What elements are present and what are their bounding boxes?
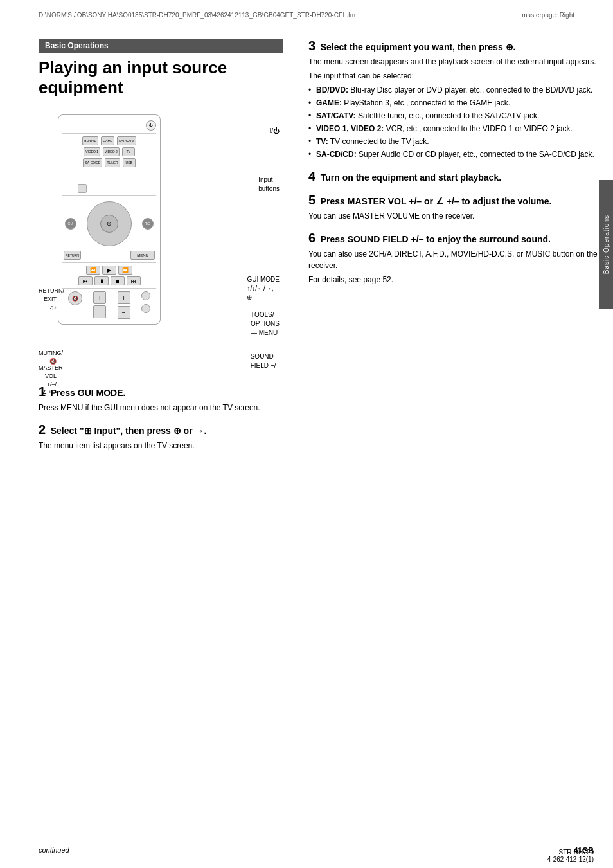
step-1-title: Press GUI MODE. (51, 388, 126, 398)
bullet-game: GAME: PlayStation 3, etc., connected to … (308, 97, 604, 109)
sound-field-callout: SOUNDFIELD +/– (251, 352, 280, 370)
model-info: STR-DH720 4-262-412-12(1) (547, 849, 594, 863)
bullet-tv: TV: TV connected to the TV jack. (308, 136, 604, 147)
prev-button[interactable]: ⏮ (78, 276, 93, 285)
muting-button[interactable]: 🔇 (68, 291, 82, 305)
nav-pad[interactable]: ⊕ (87, 201, 132, 246)
sat-catv-button[interactable]: SAT/CATV (117, 136, 136, 145)
step-3-title: Select the equipment you want, then pres… (321, 42, 516, 52)
step-2: 2 Select "⊞ Input", then press ⊕ or →. T… (39, 422, 283, 451)
sacd-button[interactable]: SA-CD/CD (83, 158, 102, 167)
step-4-title: Turn on the equipment and start playback… (321, 172, 501, 183)
page-title: Playing an input source equipment (39, 58, 283, 98)
step-6-number: 6 (308, 231, 315, 245)
master-vol-down[interactable]: − (93, 305, 106, 318)
step-1: 1 Press GUI MODE. Press MENU if the GUI … (39, 384, 283, 413)
power-button[interactable]: ⏻ (146, 120, 156, 131)
step-1-body: Press MENU if the GUI menu does not appe… (39, 402, 283, 413)
step-6-body: You can also use 2CH/A.DIRECT, A.F.D., M… (308, 248, 604, 285)
sound-field-down[interactable]: − (118, 306, 130, 319)
bullet-bddvd: BD/DVD: Blu-ray Disc player or DVD playe… (308, 84, 604, 96)
game-button[interactable]: GAME (101, 136, 114, 145)
power-callout: I/⏻ (269, 127, 280, 134)
master-vol-control: + − (93, 291, 106, 318)
step-5-body: You can use MASTER VOLUME on the receive… (308, 210, 604, 222)
main-content: Basic Operations Playing an input source… (39, 39, 594, 829)
video1-button[interactable]: VIDEO 1 (84, 147, 100, 156)
circle-btn-2[interactable] (141, 304, 150, 313)
remote-control: ⏻ BD/DVD GAME SAT/CATV VIDEO 1 VIDEO 2 T… (58, 114, 161, 325)
step-5: 5 Press MASTER VOL +/– or ∠ +/– to adjus… (308, 193, 604, 222)
tools-callout: TOOLS/OPTIONS— MENU (251, 311, 280, 338)
stop-button[interactable]: ⏹ (111, 276, 125, 285)
rew-button[interactable]: ⏪ (86, 266, 100, 275)
step-2-number: 2 (39, 422, 46, 437)
muting-callout: MUTING/🔇 (39, 349, 57, 365)
input-row-2: VIDEO 1 VIDEO 2 TV (62, 147, 156, 156)
meta-bar: D:\NORM'S JOB\SONY HA\SO0135\STR-DH720_P… (39, 12, 574, 19)
remote-diagram: ⏻ BD/DVD GAME SAT/CATV VIDEO 1 VIDEO 2 T… (58, 114, 161, 325)
power-row: ⏻ (62, 120, 156, 131)
step-6-title: Press SOUND FIELD +/– to enjoy the surro… (321, 234, 551, 244)
step-5-number: 5 (308, 193, 315, 207)
next-button[interactable]: ⏭ (127, 276, 141, 285)
gui-mode-callout: GUI MODE↑/↓/←/→,⊕ (247, 275, 280, 302)
pause-button[interactable]: ⏸ (94, 276, 109, 285)
return-callout: RETURN/EXIT ♫♪ (39, 287, 57, 311)
input-row-3: SA-CD/CD TUNER USB (62, 158, 156, 167)
tuner-button[interactable]: TUNER (105, 158, 120, 167)
small-btn-1[interactable] (78, 184, 87, 193)
tv-button[interactable]: TV (122, 147, 135, 156)
blank-row-2 (62, 184, 156, 193)
bullet-satcatv: SAT/CATV: Satellite tuner, etc., connect… (308, 110, 604, 122)
step-3: 3 Select the equipment you want, then pr… (308, 39, 604, 160)
step-2-title: Select "⊞ Input", then press ⊕ or →. (51, 426, 207, 436)
bd-dvd-button[interactable]: BD/DVD (82, 136, 98, 145)
circle-btn-1[interactable] (141, 291, 150, 300)
page-footer: continued 41GB (39, 846, 594, 855)
usb-button[interactable]: USB (123, 158, 136, 167)
left-column: Basic Operations Playing an input source… (39, 39, 283, 460)
master-vol-callout: MASTERVOL +/–/∠ +/– (39, 364, 57, 396)
menu-button[interactable]: MENU (130, 251, 155, 260)
sound-field-up[interactable]: + (118, 291, 130, 304)
step-4-number: 4 (308, 169, 315, 183)
step-3-body: The menu screen disappears and the playb… (308, 56, 604, 160)
tools-button[interactable]: T/O (142, 218, 154, 230)
transport-row-2: ⏮ ⏸ ⏹ ⏭ (62, 276, 156, 285)
gui-mode-button[interactable]: GUI (65, 218, 76, 230)
transport-row-1: ⏪ ▶ ⏩ (62, 266, 156, 275)
input-buttons-callout: Inputbuttons (258, 176, 280, 194)
ff-button[interactable]: ⏩ (118, 266, 132, 275)
master-vol-up[interactable]: + (93, 291, 106, 304)
nav-center-button[interactable]: ⊕ (100, 215, 118, 233)
remote-diagram-wrapper: ⏻ BD/DVD GAME SAT/CATV VIDEO 1 VIDEO 2 T… (39, 108, 283, 384)
meta-path: D:\NORM'S JOB\SONY HA\SO0135\STR-DH720_P… (39, 12, 355, 19)
meta-masterpage: masterpage: Right (522, 12, 574, 19)
input-row-1: BD/DVD GAME SAT/CATV (62, 136, 156, 145)
return-button[interactable]: RETURN (64, 251, 81, 260)
right-column: 3 Select the equipment you want, then pr… (308, 39, 604, 294)
step-2-body: The menu item list appears on the TV scr… (39, 440, 283, 451)
section-header: Basic Operations (39, 39, 283, 53)
play-button[interactable]: ▶ (102, 266, 116, 275)
step-4: 4 Turn on the equipment and start playba… (308, 169, 604, 184)
step-5-title: Press MASTER VOL +/– or ∠ +/– to adjust … (321, 196, 552, 206)
step-6: 6 Press SOUND FIELD +/– to enjoy the sur… (308, 231, 604, 285)
step-3-bullets: BD/DVD: Blu-ray Disc player or DVD playe… (308, 84, 604, 160)
step-3-number: 3 (308, 39, 315, 53)
bullet-video12: VIDEO 1, VIDEO 2: VCR, etc., connected t… (308, 123, 604, 134)
volume-section: 🔇 + − + − (62, 291, 156, 319)
blank-row-1 (62, 173, 156, 182)
muting-control: 🔇 (68, 291, 82, 305)
video2-button[interactable]: VIDEO 2 (103, 147, 120, 156)
continued-label: continued (39, 846, 69, 855)
bullet-sacd: SA-CD/CD: Super Audio CD or CD player, e… (308, 149, 604, 160)
